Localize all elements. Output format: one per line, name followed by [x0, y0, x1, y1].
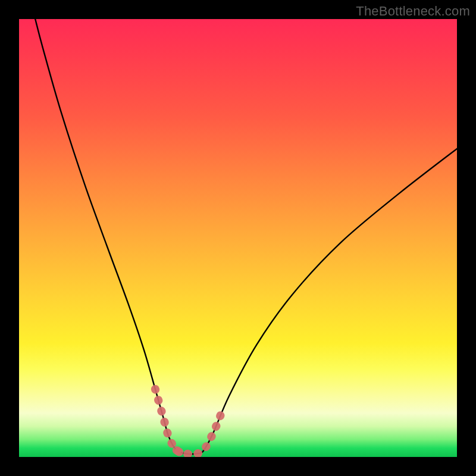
curve-highlight [155, 389, 221, 454]
chart-frame: TheBottleneck.com [0, 0, 476, 476]
plot-area [19, 19, 457, 457]
highlight-segment [198, 413, 221, 453]
curve-layer [19, 19, 457, 457]
watermark-text: TheBottleneck.com [356, 4, 470, 19]
bottleneck-curve [35, 19, 457, 454]
highlight-segment [155, 389, 188, 454]
